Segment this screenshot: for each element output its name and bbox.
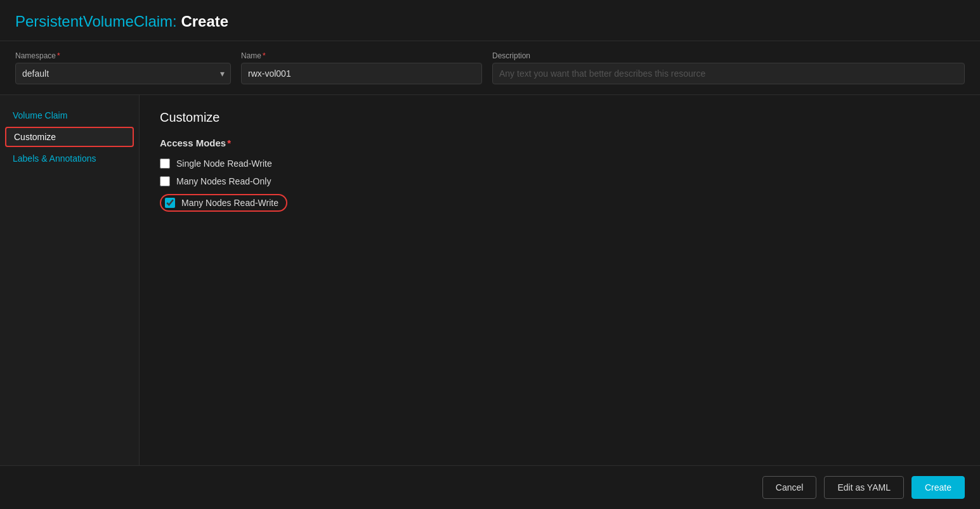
name-label: Name*	[241, 51, 482, 60]
create-button[interactable]: Create	[911, 476, 965, 499]
edit-yaml-button[interactable]: Edit as YAML	[824, 476, 904, 499]
namespace-select[interactable]: default kube-system kube-public	[15, 63, 231, 84]
section-title: Customize	[160, 110, 960, 125]
label-many-ro: Many Nodes Read-Only	[176, 176, 271, 186]
resource-type: PersistentVolumeClaim:	[15, 13, 177, 30]
footer-bar: Cancel Edit as YAML Create	[0, 465, 980, 509]
sidebar-item-customize[interactable]: Customize	[5, 127, 134, 147]
description-field-group: Description	[492, 51, 965, 84]
namespace-select-wrapper: default kube-system kube-public	[15, 63, 231, 84]
main-content: Customize Access Modes* Single Node Read…	[140, 95, 980, 465]
label-single-rw: Single Node Read-Write	[176, 158, 272, 169]
description-label: Description	[492, 51, 965, 60]
cancel-button[interactable]: Cancel	[762, 476, 817, 499]
access-mode-single-rw[interactable]: Single Node Read-Write	[160, 158, 960, 169]
namespace-label: Namespace*	[15, 51, 231, 60]
access-mode-many-ro[interactable]: Many Nodes Read-Only	[160, 176, 960, 186]
page-action: Create	[181, 13, 228, 30]
page-title: PersistentVolumeClaim: Create	[15, 13, 965, 30]
top-fields-row: Namespace* default kube-system kube-publ…	[0, 41, 980, 95]
sidebar: Volume Claim Customize Labels & Annotati…	[0, 95, 140, 465]
label-many-rw: Many Nodes Read-Write	[181, 198, 278, 208]
sidebar-item-labels-annotations[interactable]: Labels & Annotations	[0, 148, 139, 169]
name-field-group: Name*	[241, 51, 482, 84]
many-rw-highlight-wrapper: Many Nodes Read-Write	[160, 194, 287, 212]
access-modes-group: Single Node Read-Write Many Nodes Read-O…	[160, 158, 960, 212]
checkbox-single-rw[interactable]	[160, 158, 170, 169]
checkbox-many-rw[interactable]	[165, 198, 175, 208]
sidebar-item-volume-claim[interactable]: Volume Claim	[0, 105, 139, 126]
access-modes-section: Access Modes* Single Node Read-Write Man…	[160, 138, 960, 212]
name-input[interactable]	[241, 63, 482, 84]
description-input[interactable]	[492, 63, 965, 84]
namespace-field-group: Namespace* default kube-system kube-publ…	[15, 51, 231, 84]
checkbox-many-ro[interactable]	[160, 176, 170, 186]
page-header: PersistentVolumeClaim: Create	[0, 0, 980, 41]
access-modes-title: Access Modes*	[160, 138, 960, 148]
content-area: Volume Claim Customize Labels & Annotati…	[0, 95, 980, 465]
access-mode-many-rw[interactable]: Many Nodes Read-Write	[160, 194, 960, 212]
